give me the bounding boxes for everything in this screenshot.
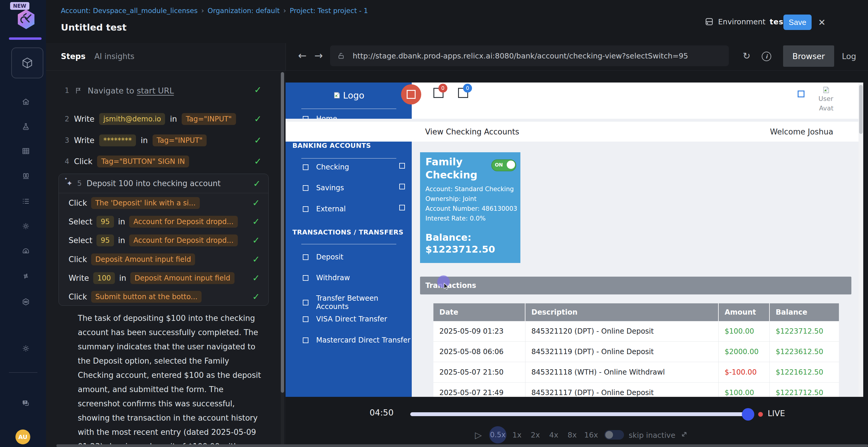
sidebar-item-runs[interactable] — [21, 171, 31, 181]
play-icon[interactable]: ▷ — [475, 430, 482, 440]
step-row-3[interactable]: 3 Write ******** in Tag="INPUT" — [65, 134, 207, 147]
breadcrumb-project[interactable]: Project: Test project - 1 — [290, 7, 368, 14]
fullscreen-icon[interactable] — [680, 430, 689, 439]
sidebar-item-lab[interactable] — [21, 122, 31, 131]
sidebar-item-integrations[interactable] — [21, 271, 31, 281]
cell-amount: $-100.00 — [719, 362, 770, 383]
sidebar-item-checklist[interactable] — [21, 196, 31, 206]
check-icon: ✓ — [252, 198, 260, 208]
substep-row[interactable]: Write 100 in Deposit Amount input field — [69, 271, 235, 285]
speed-0.5x-button[interactable]: 0.5x — [489, 426, 506, 443]
transactions-header-bar[interactable]: Transactions — [420, 277, 851, 294]
sidebar-toggle-button[interactable] — [401, 84, 421, 104]
tab-ai-insights[interactable]: AI insights — [94, 52, 134, 61]
playback-handle[interactable] — [742, 408, 754, 421]
playback-track[interactable] — [410, 412, 752, 416]
refresh-icon[interactable]: ↻ — [743, 51, 750, 61]
topbar-square-icon[interactable] — [798, 91, 804, 97]
skip-inactive-toggle[interactable] — [604, 430, 624, 440]
browser-tab-button[interactable]: Browser — [783, 45, 834, 67]
sidebar-item-admin-settings[interactable] — [21, 344, 31, 353]
save-button[interactable]: Save — [783, 14, 812, 30]
skip-inactive-label: skip inactive — [629, 431, 675, 440]
sidebar-item-loops[interactable] — [21, 297, 31, 307]
speed-16x-button[interactable]: 16x — [584, 431, 598, 439]
substep-row[interactable]: Select 95 in Account for Deposit dropd..… — [69, 233, 238, 248]
start-url-link[interactable]: start URL — [137, 86, 174, 95]
nav-square-icon — [399, 184, 405, 189]
bank-nav-checking[interactable]: Checking — [303, 163, 349, 171]
horizontal-scrollbar[interactable] — [56, 444, 868, 447]
app-root: NEW — [0, 0, 868, 447]
check-icon: ✓ — [252, 291, 260, 302]
user-avatar-alt-line2[interactable]: Avat — [819, 104, 834, 112]
speed-2x-button[interactable]: 2x — [531, 431, 540, 439]
app-logo-icon[interactable] — [18, 9, 34, 29]
bank-nav-deposit[interactable]: Deposit — [303, 253, 343, 261]
breadcrumb-account[interactable]: Account: Devspace_all_module_licenses — [61, 7, 198, 14]
nav-square-icon — [303, 300, 308, 306]
sidebar-item-home[interactable] — [21, 97, 31, 106]
substep-selector-badge: Account for Deposit dropd... — [129, 234, 238, 246]
bank-logo[interactable]: Logo — [286, 87, 412, 104]
url-bar[interactable]: http://stage.dbank.prod-apps.relicx.ai:8… — [330, 45, 729, 66]
sidebar-item-tests[interactable] — [11, 47, 43, 78]
step-row-1[interactable]: 1 Navigate to start URL — [65, 84, 174, 97]
cell-balance: $1223612.50 — [770, 342, 839, 362]
bank-nav-label: Mastercard Direct Transfer — [316, 336, 410, 344]
broken-image-icon — [333, 91, 341, 100]
user-avatar-alt-line1[interactable]: User — [818, 95, 833, 102]
cell-description: 845321120 (DPT) - Online Deposit — [525, 321, 719, 342]
speed-8x-button[interactable]: 8x — [567, 431, 577, 439]
page-scrollbar-track[interactable] — [859, 83, 863, 397]
nav-square-icon — [303, 206, 308, 212]
speed-1x-button[interactable]: 1x — [513, 431, 522, 439]
nav-square-icon — [303, 185, 308, 191]
step-value-badge: ******** — [99, 134, 136, 146]
notification-badge-blue: 0 — [463, 84, 472, 93]
tab-steps[interactable]: Steps — [61, 52, 86, 61]
breadcrumb-organization[interactable]: Organization: default — [208, 7, 280, 14]
back-icon[interactable]: ← — [298, 50, 307, 61]
substep-row[interactable]: Click Deposit Amount input field — [69, 252, 195, 266]
page-scrollbar-thumb[interactable] — [859, 85, 863, 134]
list-icon — [21, 197, 30, 206]
bank-nav-savings[interactable]: Savings — [303, 184, 344, 192]
step-group-5[interactable]: ✦✦ 5 Deposit 100 into checking account ✓… — [59, 173, 269, 306]
steps-scrollbar-thumb[interactable] — [281, 72, 284, 393]
account-toggle[interactable]: ON — [491, 159, 516, 171]
bank-nav-visa-transfer[interactable]: VISA Direct Transfer — [303, 315, 387, 323]
sidebar-item-settings[interactable] — [21, 221, 31, 231]
bank-nav-mastercard-transfer[interactable]: Mastercard Direct Transfer — [303, 336, 410, 344]
substep-selector-badge: Account for Deposit dropd... — [129, 216, 238, 228]
bank-nav-withdraw[interactable]: Withdraw — [303, 274, 350, 282]
sidebar-item-suites[interactable] — [21, 146, 31, 156]
sidebar-item-inspector[interactable] — [21, 246, 31, 256]
help-button[interactable]: ? — [21, 399, 31, 408]
col-header-description: Description — [525, 304, 719, 321]
speed-4x-button[interactable]: 4x — [549, 431, 558, 439]
cell-description: 845321117 (DPT) - Online Deposit — [525, 383, 719, 397]
url-text[interactable]: http://stage.dbank.prod-apps.relicx.ai:8… — [353, 52, 688, 60]
substep-selector-badge: Deposit Amount input field — [130, 272, 234, 284]
bank-nav-transfer-between[interactable]: Transfer Between Accounts — [303, 294, 412, 311]
bank-nav-label: Deposit — [316, 253, 343, 261]
log-tab-button[interactable]: Log — [842, 52, 856, 61]
substep-row[interactable]: Select 95 in Account for Deposit dropd..… — [69, 215, 238, 229]
close-icon[interactable]: ✕ — [818, 17, 826, 28]
user-avatar[interactable]: AU — [16, 429, 30, 444]
check-icon: ✓ — [254, 85, 261, 95]
step-group-header[interactable]: ✦✦ 5 Deposit 100 into checking account ✓ — [59, 174, 268, 193]
bank-title-bar: View Checking Accounts Welcome Joshua — [286, 122, 859, 141]
substep-row[interactable]: Click The 'Deposit' link with a si... — [69, 196, 200, 210]
step-row-4[interactable]: 4 Click Tag="BUTTON" SIGN IN — [65, 155, 189, 168]
bank-nav-external[interactable]: External — [303, 205, 346, 213]
cell-description: 845321119 (DPT) - Online Deposit — [525, 342, 719, 362]
step-row-2[interactable]: 2 Write jsmith@demo.io in Tag="INPUT" — [65, 112, 236, 126]
info-icon[interactable]: i — [762, 52, 771, 61]
bank-nav-label: Checking — [316, 163, 349, 171]
environment-selector[interactable]: Environment test — [705, 16, 787, 27]
step-text: Navigate to — [88, 86, 136, 95]
substep-row[interactable]: Click Submit button at the botto... — [69, 290, 202, 304]
forward-icon[interactable]: → — [314, 50, 323, 61]
